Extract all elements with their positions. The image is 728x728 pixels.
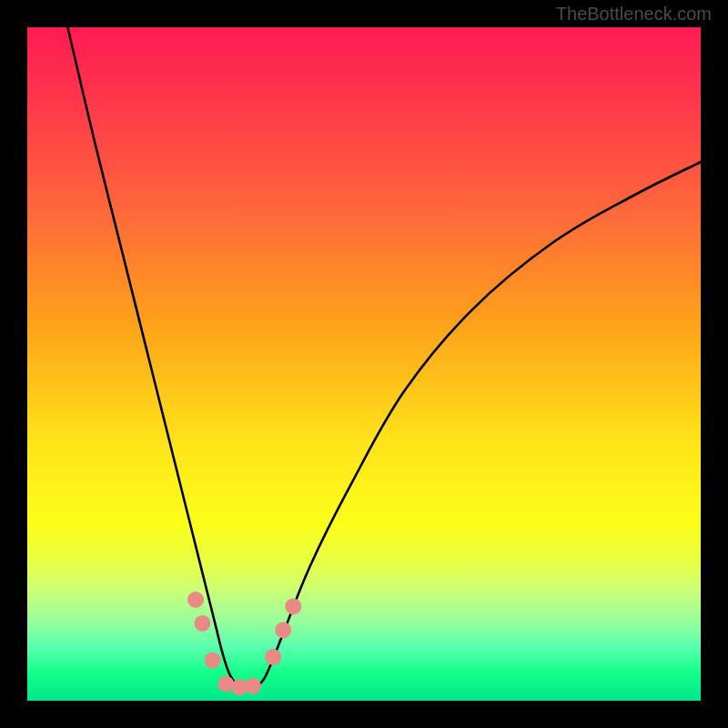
data-marker (205, 652, 221, 669)
chart-svg (27, 27, 701, 701)
watermark-text: TheBottleneck.com (556, 4, 712, 25)
data-marker (275, 622, 291, 638)
bottleneck-curve-path (67, 27, 701, 688)
data-markers (187, 592, 301, 695)
data-marker (285, 598, 301, 614)
data-marker (245, 678, 261, 694)
data-marker (187, 592, 204, 608)
data-marker (265, 649, 281, 665)
chart-frame: TheBottleneck.com (0, 0, 728, 728)
data-marker (194, 615, 210, 632)
